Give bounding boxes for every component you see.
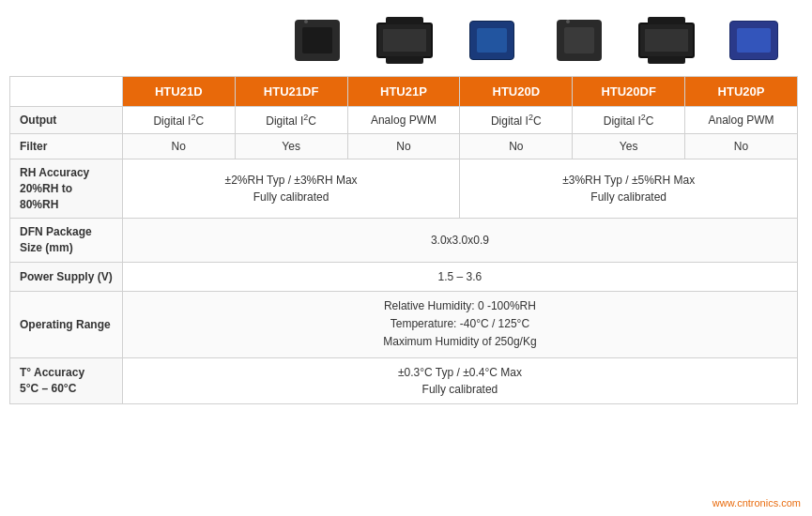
output-htu21df: Digital I2C (235, 107, 347, 134)
rh-accuracy-right: ±3%RH Typ / ±5%RH MaxFully calibrated (460, 159, 798, 219)
table-row-temp-accuracy: T° Accuracy5°C – 60°C ±0.3°C Typ / ±0.4°… (10, 357, 798, 403)
output-htu20df: Digital I2C (573, 107, 685, 134)
label-filter: Filter (10, 134, 123, 159)
output-htu20p: Analog PWM (685, 107, 798, 134)
table-header-row: HTU21D HTU21DF HTU21P HTU20D HTU20DF HTU… (10, 77, 798, 107)
table-row-output: Output Digital I2C Digital I2C Analog PW… (10, 107, 798, 134)
product-images-row (9, 9, 798, 70)
header-htu21d: HTU21D (122, 77, 235, 107)
rh-accuracy-left: ±2%RH Typ / ±3%RH MaxFully calibrated (122, 159, 460, 219)
table-row-filter: Filter No Yes No No Yes No (10, 134, 798, 159)
filter-htu21d: No (122, 134, 235, 159)
table-row-dfn-package: DFN PackageSize (mm) 3.0x3.0x0.9 (10, 219, 798, 263)
label-output: Output (10, 107, 123, 134)
page-wrapper: HTU21D HTU21DF HTU21P HTU20D HTU20DF HTU… (0, 0, 812, 516)
label-temp-accuracy: T° Accuracy5°C – 60°C (10, 357, 123, 403)
header-htu20df: HTU20DF (573, 77, 685, 107)
temp-accuracy-value: ±0.3°C Typ / ±0.4°C Max Fully calibrated (122, 357, 797, 403)
filter-htu21p: No (347, 134, 460, 159)
table-row-power-supply: Power Supply (V) 1.5 – 3.6 (10, 262, 798, 291)
product-image-htu20p (718, 9, 789, 70)
filter-htu20df: Yes (573, 134, 685, 159)
power-supply-value: 1.5 – 3.6 (122, 262, 797, 291)
header-htu20d: HTU20D (460, 77, 573, 107)
dfn-package-value: 3.0x3.0x0.9 (122, 219, 797, 263)
filter-htu21df: Yes (235, 134, 347, 159)
filter-htu20d: No (460, 134, 573, 159)
label-dfn-package: DFN PackageSize (mm) (10, 219, 123, 263)
output-htu21p: Analog PWM (347, 107, 460, 134)
table-row-rh-accuracy: RH Accuracy20%RH to 80%RH ±2%RH Typ / ±3… (10, 159, 798, 219)
header-empty (10, 77, 123, 107)
header-htu20p: HTU20P (685, 77, 798, 107)
operating-range-value: Relative Humidity: 0 -100%RH Temperature… (122, 291, 797, 357)
product-image-htu21p (456, 9, 527, 70)
label-power-supply: Power Supply (V) (10, 262, 123, 291)
output-htu20d: Digital I2C (460, 107, 573, 134)
product-image-htu21df (369, 9, 439, 70)
product-image-htu21d (282, 9, 352, 70)
label-operating-range: Operating Range (10, 291, 123, 357)
product-image-htu20d (544, 9, 614, 70)
output-htu21d: Digital I2C (122, 107, 235, 134)
watermark: www.cntronics.com (712, 497, 801, 508)
product-image-htu20df (631, 9, 701, 70)
table-row-operating-range: Operating Range Relative Humidity: 0 -10… (10, 291, 798, 357)
header-htu21df: HTU21DF (235, 77, 347, 107)
comparison-table: HTU21D HTU21DF HTU21P HTU20D HTU20DF HTU… (9, 76, 798, 404)
filter-htu20p: No (685, 134, 798, 159)
label-rh-accuracy: RH Accuracy20%RH to 80%RH (10, 159, 123, 219)
header-htu21p: HTU21P (347, 77, 460, 107)
